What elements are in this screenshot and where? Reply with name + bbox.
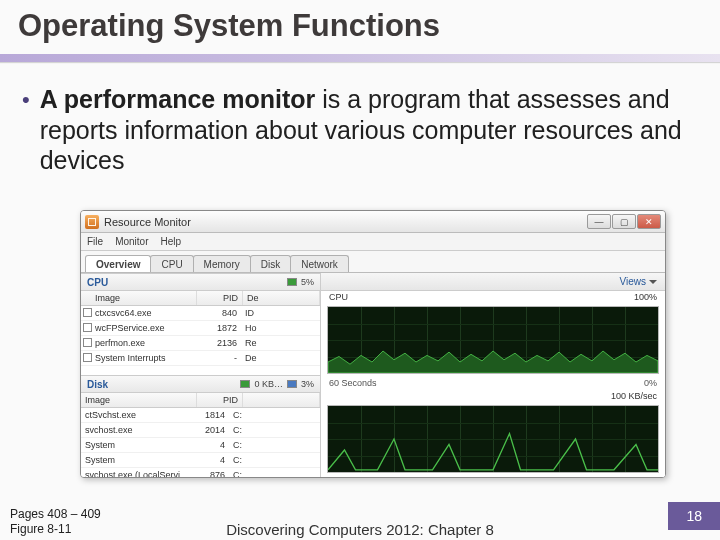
chevron-down-icon: [649, 280, 657, 284]
views-header[interactable]: Views: [321, 273, 665, 291]
tab-memory[interactable]: Memory: [193, 255, 251, 272]
window-title: Resource Monitor: [104, 216, 191, 228]
checkbox-icon[interactable]: [83, 338, 92, 347]
graph-cpu-min: 0%: [644, 378, 657, 388]
bullet-dot-icon: •: [22, 84, 30, 176]
maximize-button[interactable]: ▢: [612, 214, 636, 229]
resource-monitor-window: Resource Monitor — ▢ ✕ File Monitor Help…: [80, 210, 666, 478]
close-button[interactable]: ✕: [637, 214, 661, 229]
bullet-bold: A performance monitor: [40, 85, 316, 113]
slide-footer: Pages 408 – 409 Figure 8-11 Discovering …: [0, 492, 720, 540]
graph-disk-max: 100 KB/sec: [611, 391, 657, 401]
table-row[interactable]: ctxcsvc64.exe840ID: [81, 306, 320, 321]
graph-cpu-label: CPU: [329, 292, 348, 302]
disk-col-blank: [243, 393, 320, 407]
page-reference: Pages 408 – 409 Figure 8-11: [10, 507, 101, 536]
title-underline: [0, 54, 720, 62]
cpu-stat: 5%: [301, 277, 314, 287]
window-titlebar: Resource Monitor — ▢ ✕: [81, 211, 665, 233]
disk-stat-box2-icon: [287, 380, 297, 388]
bullet-text: A performance monitor is a program that …: [40, 84, 698, 176]
graph-cpu-max: 100%: [634, 292, 657, 302]
cpu-col-image[interactable]: Image: [81, 291, 197, 305]
menu-bar: File Monitor Help: [81, 233, 665, 251]
tab-cpu[interactable]: CPU: [150, 255, 193, 272]
menu-help[interactable]: Help: [160, 236, 181, 247]
page-ref-line2: Figure 8-11: [10, 522, 101, 536]
tab-strip: Overview CPU Memory Disk Network: [81, 251, 665, 273]
table-row[interactable]: svchost.exe2014C:: [81, 423, 320, 438]
menu-file[interactable]: File: [87, 236, 103, 247]
table-row[interactable]: System4C:: [81, 438, 320, 453]
disk-col-image[interactable]: Image: [81, 393, 197, 407]
checkbox-icon[interactable]: [83, 308, 92, 317]
disk-col-pid[interactable]: PID: [197, 393, 243, 407]
views-label: Views: [620, 276, 647, 287]
cpu-section-header[interactable]: CPU 5%: [81, 273, 320, 291]
center-footer: Discovering Computers 2012: Chapter 8: [170, 521, 550, 538]
slide-number: 18: [668, 502, 720, 530]
table-row[interactable]: perfmon.exe2136Re: [81, 336, 320, 351]
app-icon: [85, 215, 99, 229]
bullet-item: • A performance monitor is a program tha…: [22, 84, 698, 176]
tab-disk[interactable]: Disk: [250, 255, 291, 272]
page-ref-line1: Pages 408 – 409: [10, 507, 101, 521]
minimize-button[interactable]: —: [587, 214, 611, 229]
table-row[interactable]: svchost.exe (LocalServi…876C:: [81, 468, 320, 477]
tab-overview[interactable]: Overview: [85, 255, 151, 272]
slide-title: Operating System Functions: [18, 8, 702, 44]
cpu-label: CPU: [87, 277, 108, 288]
cpu-col-pid[interactable]: PID: [197, 291, 243, 305]
disk-stat-box-icon: [240, 380, 250, 388]
tab-network[interactable]: Network: [290, 255, 349, 272]
disk-section-header[interactable]: Disk 0 KB… 3%: [81, 375, 320, 393]
cpu-col-de[interactable]: De: [243, 291, 320, 305]
checkbox-icon[interactable]: [83, 323, 92, 332]
disk-graph: [327, 405, 659, 473]
table-row[interactable]: System Interrupts-De: [81, 351, 320, 366]
cpu-stat-box-icon: [287, 278, 297, 286]
menu-monitor[interactable]: Monitor: [115, 236, 148, 247]
cpu-graph: [327, 306, 659, 374]
table-row[interactable]: System4C:: [81, 453, 320, 468]
disk-stat1: 0 KB…: [254, 379, 283, 389]
table-row[interactable]: ctSvchst.exe1814C:: [81, 408, 320, 423]
cpu-table: Image PID De ctxcsvc64.exe840ID wcFPServ…: [81, 291, 320, 375]
checkbox-icon[interactable]: [83, 353, 92, 362]
table-row[interactable]: wcFPService.exe1872Ho: [81, 321, 320, 336]
graph-xaxis-label: 60 Seconds: [329, 378, 377, 388]
disk-label: Disk: [87, 379, 108, 390]
disk-table: Image PID ctSvchst.exe1814C: svchost.exe…: [81, 393, 320, 477]
disk-stat2: 3%: [301, 379, 314, 389]
